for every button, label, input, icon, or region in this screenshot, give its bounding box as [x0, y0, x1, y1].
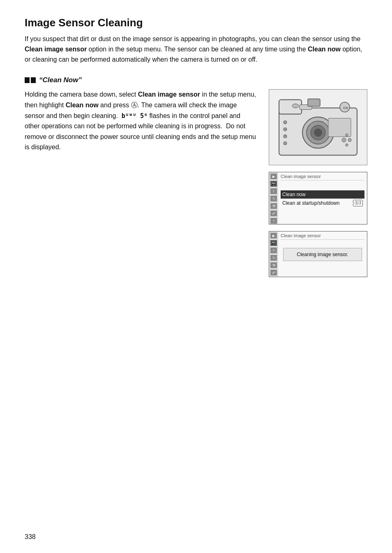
svg-point-10 [284, 120, 287, 124]
content-row: Holding the camera base down, select Cle… [25, 89, 367, 280]
section-heading: “Clean Now” [25, 76, 367, 84]
menu-icon-pencil: ✎ [270, 196, 277, 201]
menu-icon2-play: ▶ [270, 233, 277, 238]
menu-icon-text: T [270, 188, 277, 194]
camera-illustration: ON [269, 89, 367, 165]
menu-item-blank-top [281, 182, 364, 190]
menu-content-1: Clean image sensor Clean now Clean at st… [278, 172, 367, 224]
menu-icon-image: ☍ [270, 211, 277, 216]
menu-icon2-text: T [270, 248, 277, 253]
menu-icon-question: ? [270, 218, 277, 224]
menu-item-clean-startup: Clean at startup/shutdown Ⓢ3 [281, 199, 364, 208]
menu-screenshot-2: ▶ 📷 T ✎ ⚒ ☍ Clean image sensor Cleaning … [269, 231, 367, 277]
menu-item-blank-bottom [281, 208, 364, 216]
svg-point-13 [284, 141, 287, 145]
menu-icon2-pencil: ✎ [270, 255, 277, 261]
camera-svg-image: ON [275, 95, 361, 160]
menu-title-1: Clean image sensor [281, 174, 364, 180]
svg-point-15 [342, 138, 346, 142]
menu-icon2-camera: 📷 [270, 240, 277, 246]
svg-point-17 [346, 143, 348, 146]
menu-item-badge: Ⓢ3 [353, 200, 363, 206]
busy-symbol: bᵁᵂᵁ 5ᴳ [122, 112, 148, 120]
svg-point-6 [314, 128, 322, 137]
menu-icon-play: ▶ [270, 174, 277, 179]
section-title: “Clean Now” [39, 76, 82, 84]
page-number: 338 [25, 533, 36, 541]
menu-item-clean-now: Clean now [281, 190, 364, 199]
svg-text:ON: ON [343, 106, 348, 109]
menu-item-clean-startup-label: Clean at startup/shutdown [282, 200, 339, 206]
menu-icon-wrench: ⚒ [270, 203, 277, 209]
section-squares-icon [25, 77, 36, 83]
right-column: ON ▶ [269, 89, 367, 280]
left-column: Holding the camera base down, select Cle… [25, 89, 256, 153]
menu-content-2: Clean image sensor Cleaning image sensor… [278, 231, 367, 277]
svg-point-12 [284, 134, 287, 138]
svg-point-18 [346, 134, 348, 136]
menu-icon2-wrench: ⚒ [270, 262, 277, 268]
menu-icon-camera: 📷 [270, 181, 277, 187]
svg-point-16 [348, 138, 351, 141]
menu-sidebar-2: ▶ 📷 T ✎ ⚒ ☍ [269, 231, 278, 277]
svg-point-19 [292, 104, 299, 108]
menu-sidebar-1: ▶ 📷 T ✎ ⚒ ☍ ? [269, 172, 278, 224]
menu-icon2-image: ☍ [270, 270, 277, 275]
svg-rect-9 [308, 99, 320, 106]
menu-dialog-cleaning: Cleaning image sensor. [283, 248, 362, 261]
menu-screenshot-1: ▶ 📷 T ✎ ⚒ ☍ ? Clean image sensor Clean n… [269, 172, 367, 224]
intro-paragraph: If you suspect that dirt or dust on the … [25, 34, 367, 65]
page-heading: Image Sensor Cleaning [25, 16, 367, 29]
svg-point-11 [284, 127, 287, 131]
section-body: Holding the camera base down, select Cle… [25, 89, 256, 153]
menu-title-2: Clean image sensor [281, 233, 364, 240]
